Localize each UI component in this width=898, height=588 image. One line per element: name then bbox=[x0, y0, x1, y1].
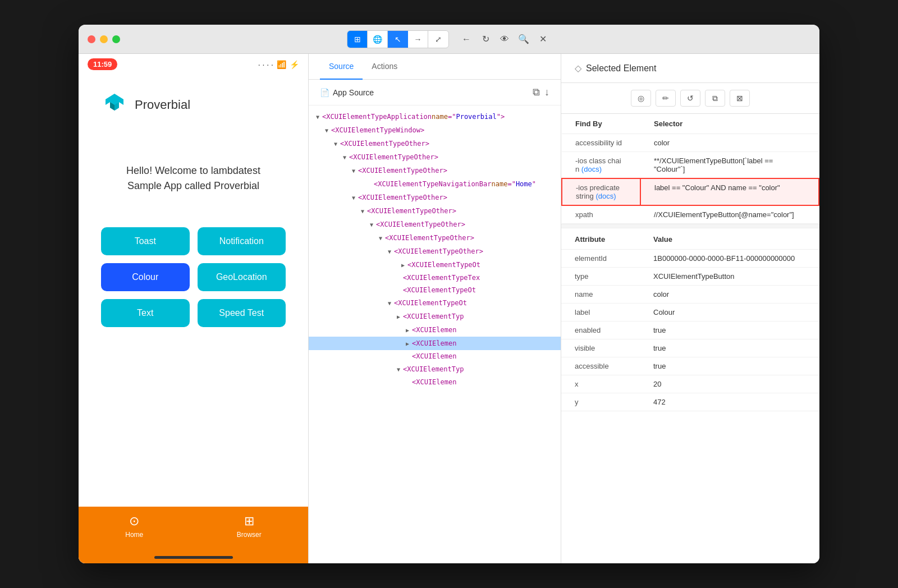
colour-button[interactable]: Colour bbox=[101, 263, 190, 291]
xml-node-window[interactable]: ▼ <XCUIElementTypeWindow> bbox=[309, 123, 561, 137]
selector-row-predicate: -ios predicatestring (docs) label == "Co… bbox=[562, 178, 819, 205]
tree-arrow[interactable]: ▼ bbox=[313, 112, 322, 121]
xml-node-child-1[interactable]: ▶ <XCUIElemen bbox=[309, 323, 561, 337]
tree-arrow[interactable]: ▼ bbox=[349, 193, 358, 202]
notification-button[interactable]: Notification bbox=[198, 227, 286, 255]
xml-node-app[interactable]: ▼ <XCUIElementTypeApplication name =" Pr… bbox=[309, 110, 561, 123]
battery-icon: ⚡ bbox=[290, 60, 299, 69]
text-button[interactable]: Text bbox=[101, 299, 190, 327]
refresh-elem-btn[interactable]: ↺ bbox=[680, 90, 700, 107]
browser-nav-item[interactable]: ⊞ Browser bbox=[237, 514, 262, 539]
logo-text: Proverbial bbox=[135, 98, 190, 112]
xml-node-child-3[interactable]: <XCUIElemen bbox=[309, 350, 561, 362]
maximize-button[interactable] bbox=[112, 35, 120, 43]
xml-node-navbar[interactable]: ▶ <XCUIElementTypeNavigationBar name =" … bbox=[309, 177, 561, 191]
element-toolbar: ◎ ✏ ↺ ⧉ ⊠ bbox=[561, 83, 819, 114]
xml-node-highlighted[interactable]: ▶ <XCUIElemen bbox=[309, 337, 561, 350]
refresh-nav-button[interactable]: ↻ bbox=[477, 31, 494, 48]
attr-name: y bbox=[561, 393, 640, 411]
xml-node-child-4[interactable]: <XCUIElemen bbox=[309, 376, 561, 388]
xml-node-other-9[interactable]: ▼ <XCUIElementTypeOt bbox=[309, 296, 561, 310]
xml-node-other-5[interactable]: ▼ <XCUIElementTypeOther> bbox=[309, 204, 561, 218]
attr-value: XCUIElementTypeButton bbox=[640, 268, 819, 286]
element-title: Selected Element bbox=[586, 63, 656, 74]
tree-arrow[interactable]: ▼ bbox=[322, 126, 331, 135]
selector-find-by: -ios class chain (docs) bbox=[562, 152, 640, 179]
target-btn[interactable]: ◎ bbox=[631, 90, 651, 107]
app-button-grid: Toast Notification Colour GeoLocation Te… bbox=[101, 227, 286, 327]
xml-node-other-3[interactable]: ▼ <XCUIElementTypeOther> bbox=[309, 164, 561, 177]
ios-class-docs-link[interactable]: (docs) bbox=[581, 165, 602, 173]
xml-node-other-10[interactable]: ▶ <XCUIElementTyp bbox=[309, 310, 561, 323]
attr-value: color bbox=[640, 286, 819, 304]
geolocation-button[interactable]: GeoLocation bbox=[198, 263, 286, 291]
element-panel: ◇ Selected Element ◎ ✏ ↺ ⧉ ⊠ Find By Sel… bbox=[561, 54, 819, 563]
tree-arrow[interactable]: ▼ bbox=[394, 365, 403, 374]
panel-title: 📄 App Source bbox=[320, 88, 374, 97]
xml-node-other-11[interactable]: ▼ <XCUIElementTyp bbox=[309, 362, 561, 376]
source-panel: Source Actions 📄 App Source ⧉ ↓ ▼ bbox=[309, 54, 561, 563]
speed-test-button[interactable]: Speed Test bbox=[198, 299, 286, 327]
selector-header: Selector bbox=[640, 114, 819, 134]
attr-value: true bbox=[640, 357, 819, 375]
attr-value: 20 bbox=[640, 375, 819, 393]
xml-node-trunc-2[interactable]: <XCUIElementTypeTex bbox=[309, 272, 561, 284]
home-nav-icon: ⊙ bbox=[129, 514, 139, 529]
globe-button[interactable]: 🌐 bbox=[368, 31, 388, 48]
tree-arrow[interactable]: ▼ bbox=[385, 247, 394, 256]
main-window: ⊞ 🌐 ↖ → ⤢ ← ↻ 👁 🔍 ✕ 11:59 · · bbox=[79, 25, 819, 563]
home-nav-item[interactable]: ⊙ Home bbox=[125, 514, 143, 539]
download-source-button[interactable]: ↓ bbox=[544, 86, 549, 98]
xml-node-other-1[interactable]: ▼ <XCUIElementTypeOther> bbox=[309, 137, 561, 150]
eye-nav-button[interactable]: 👁 bbox=[496, 31, 513, 48]
xml-node-trunc-1[interactable]: ▶ <XCUIElementTypeOt bbox=[309, 258, 561, 272]
tree-arrow[interactable]: ▼ bbox=[385, 298, 394, 307]
close-nav-button[interactable]: ✕ bbox=[534, 31, 551, 48]
grid-view-button[interactable]: ⊞ bbox=[347, 31, 368, 48]
status-bar: 11:59 · · · · 📶 ⚡ bbox=[79, 54, 308, 75]
value-header: Value bbox=[640, 228, 819, 250]
xml-node-other-6[interactable]: ▼ <XCUIElementTypeOther> bbox=[309, 218, 561, 231]
expand-button[interactable]: ⤢ bbox=[428, 31, 448, 48]
tree-arrow[interactable]: ▼ bbox=[349, 166, 358, 175]
tree-arrow[interactable]: ▼ bbox=[331, 139, 340, 148]
tree-arrow[interactable]: ▼ bbox=[367, 220, 376, 229]
attr-row-elementid: elementId 1B000000-0000-0000-BF11-000000… bbox=[561, 250, 819, 268]
filter-elem-btn[interactable]: ⊠ bbox=[730, 90, 750, 107]
edit-btn[interactable]: ✏ bbox=[656, 90, 676, 107]
tree-arrow[interactable]: ▶ bbox=[403, 325, 412, 334]
xml-node-other-8[interactable]: ▼ <XCUIElementTypeOther> bbox=[309, 245, 561, 258]
xml-node-other-7[interactable]: ▼ <XCUIElementTypeOther> bbox=[309, 231, 561, 245]
back-nav-button[interactable]: ← bbox=[458, 31, 475, 48]
xml-node-other-4[interactable]: ▼ <XCUIElementTypeOther> bbox=[309, 191, 561, 204]
main-content: 11:59 · · · · 📶 ⚡ Proverbial bbox=[79, 54, 819, 563]
tree-arrow[interactable]: ▼ bbox=[340, 153, 349, 162]
xml-node-trunc-3[interactable]: <XCUIElementTypeOt bbox=[309, 284, 561, 296]
browser-nav-icon: ⊞ bbox=[244, 514, 254, 529]
inspector-button[interactable]: ↖ bbox=[388, 31, 408, 48]
xml-node-other-2[interactable]: ▼ <XCUIElementTypeOther> bbox=[309, 150, 561, 164]
panel-header: 📄 App Source ⧉ ↓ bbox=[309, 80, 561, 105]
tree-arrow[interactable]: ▶ bbox=[394, 312, 403, 321]
minimize-button[interactable] bbox=[100, 35, 108, 43]
close-button[interactable] bbox=[88, 35, 95, 43]
browser-nav-label: Browser bbox=[237, 531, 262, 539]
selector-find-by: accessibility id bbox=[562, 134, 640, 152]
tree-arrow[interactable]: ▶ bbox=[398, 260, 407, 269]
search-nav-button[interactable]: 🔍 bbox=[515, 31, 532, 48]
find-by-header: Find By bbox=[562, 114, 640, 134]
element-header: ◇ Selected Element bbox=[561, 54, 819, 83]
tree-arrow[interactable]: ▼ bbox=[358, 206, 367, 215]
arrow-button[interactable]: → bbox=[408, 31, 428, 48]
selector-value: color bbox=[640, 134, 819, 152]
copy-elem-btn[interactable]: ⧉ bbox=[705, 90, 725, 107]
source-tab[interactable]: Source bbox=[320, 54, 363, 80]
toast-button[interactable]: Toast bbox=[101, 227, 190, 255]
predicate-docs-link[interactable]: (docs) bbox=[595, 192, 616, 200]
tree-arrow[interactable]: ▼ bbox=[376, 233, 385, 242]
tree-arrow[interactable]: ▶ bbox=[403, 339, 412, 348]
attr-row-name: name color bbox=[561, 286, 819, 304]
actions-tab[interactable]: Actions bbox=[363, 54, 406, 80]
copy-source-button[interactable]: ⧉ bbox=[533, 86, 540, 98]
time-badge: 11:59 bbox=[88, 58, 117, 70]
